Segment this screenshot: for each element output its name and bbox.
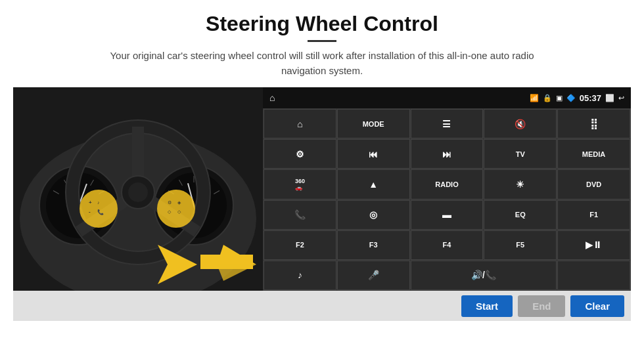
status-time: 05:37 <box>580 93 601 103</box>
btn-f4[interactable]: F4 <box>411 230 484 260</box>
btn-media[interactable]: MEDIA <box>557 139 630 169</box>
svg-text:-: - <box>89 209 91 215</box>
svg-point-24 <box>128 182 148 202</box>
bottom-bar: Start End Clear <box>13 291 631 321</box>
btn-list[interactable]: ☰ <box>411 109 484 138</box>
bluetooth-icon: 🔷 <box>566 94 576 102</box>
btn-mode[interactable]: MODE <box>337 109 410 138</box>
btn-screen[interactable]: ▬ <box>411 200 484 230</box>
button-grid: ⌂ MODE ☰ 🔇 ⣿ ⚙ ⏮ ⏭ TV MEDIA 360🚗 ▲ RADIO… <box>263 108 631 291</box>
btn-tv[interactable]: TV <box>484 139 557 169</box>
start-button[interactable]: Start <box>461 295 513 317</box>
btn-brightness[interactable]: ☀ <box>484 169 557 199</box>
btn-eject[interactable]: ▲ <box>337 169 410 199</box>
btn-volume-call[interactable]: 🔊/📞 <box>411 261 557 290</box>
steering-wheel-image: + - ♪ 📞 ⚙ ◇ ◈ ◇ <box>13 87 263 291</box>
page-container: Steering Wheel Control Your original car… <box>0 0 644 357</box>
status-bar-right: 📶 🔒 ▣ 🔷 05:37 ⬜ ↩ <box>530 93 624 103</box>
btn-f2[interactable]: F2 <box>264 230 336 260</box>
cast-icon: ⬜ <box>605 94 614 102</box>
page-title: Steering Wheel Control <box>206 12 438 36</box>
btn-empty <box>557 261 630 290</box>
clear-button[interactable]: Clear <box>570 295 624 317</box>
wifi-icon: 📶 <box>530 94 539 102</box>
btn-settings[interactable]: ⚙ <box>264 139 336 169</box>
svg-point-25 <box>80 190 117 227</box>
btn-prev[interactable]: ⏮ <box>337 139 410 169</box>
content-row: + - ♪ 📞 ⚙ ◇ ◈ ◇ <box>13 87 631 291</box>
status-bar: ⌂ 📶 🔒 ▣ 🔷 05:37 ⬜ ↩ <box>263 87 631 108</box>
svg-text:⚙: ⚙ <box>168 200 172 205</box>
end-button[interactable]: End <box>518 295 565 317</box>
svg-text:♪: ♪ <box>97 200 100 205</box>
btn-music[interactable]: ♪ <box>264 261 336 290</box>
btn-f3[interactable]: F3 <box>337 230 410 260</box>
android-panel: ⌂ 📶 🔒 ▣ 🔷 05:37 ⬜ ↩ ⌂ MODE ☰ 🔇 <box>263 87 631 291</box>
btn-eq[interactable]: EQ <box>484 200 557 230</box>
btn-home[interactable]: ⌂ <box>264 109 336 138</box>
page-subtitle: Your original car's steering wheel contr… <box>92 49 552 78</box>
title-divider <box>308 40 336 42</box>
svg-point-30 <box>158 190 195 227</box>
svg-text:📞: 📞 <box>97 209 104 215</box>
btn-mute[interactable]: 🔇 <box>484 109 557 138</box>
svg-text:+: + <box>89 200 92 205</box>
btn-nav[interactable]: ◎ <box>337 200 410 230</box>
btn-mic[interactable]: 🎤 <box>337 261 410 290</box>
status-bar-left: ⌂ <box>269 93 275 103</box>
btn-dvd[interactable]: DVD <box>557 169 630 199</box>
sim-icon: ▣ <box>556 94 563 102</box>
btn-radio[interactable]: RADIO <box>411 169 484 199</box>
btn-playpause[interactable]: ▶⏸ <box>557 230 630 260</box>
home-icon: ⌂ <box>269 93 275 103</box>
lock-icon: 🔒 <box>543 94 552 102</box>
btn-phone[interactable]: 📞 <box>264 200 336 230</box>
btn-apps[interactable]: ⣿ <box>557 109 630 138</box>
btn-f5[interactable]: F5 <box>484 230 557 260</box>
back-icon: ↩ <box>618 94 624 102</box>
btn-360[interactable]: 360🚗 <box>264 169 336 199</box>
btn-f1[interactable]: F1 <box>557 200 630 230</box>
btn-next[interactable]: ⏭ <box>411 139 484 169</box>
